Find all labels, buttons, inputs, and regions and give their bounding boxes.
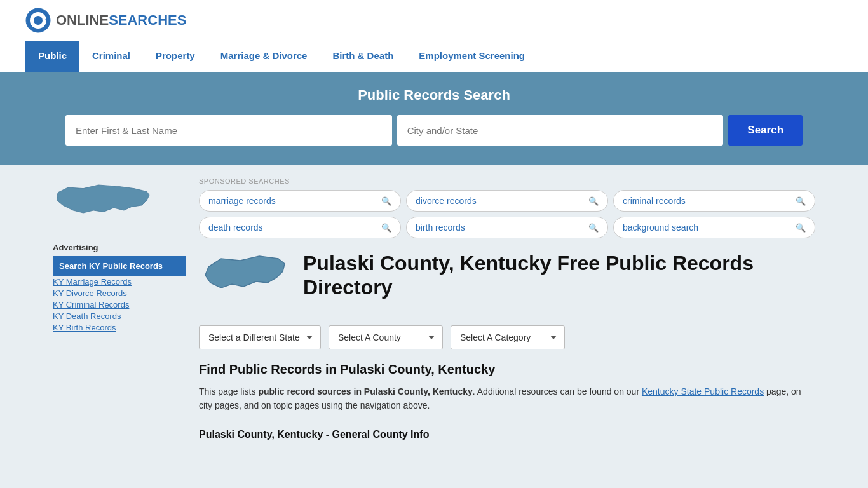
main-nav: Public Criminal Property Marriage & Divo…: [0, 41, 868, 72]
divider: [199, 421, 815, 421]
county-info-title: Pulaski County, Kentucky - General Count…: [199, 429, 815, 440]
page-title: Pulaski County, Kentucky Free Public Rec…: [303, 251, 815, 300]
svg-point-2: [34, 16, 43, 25]
sidebar-map: [53, 177, 186, 230]
sidebar-advertising-label: Advertising: [53, 243, 186, 252]
tag-criminal-records[interactable]: criminal records 🔍: [613, 190, 815, 212]
find-records-title: Find Public Records in Pulaski County, K…: [199, 362, 815, 377]
search-icon-divorce: 🔍: [588, 196, 599, 206]
nav-item-employment[interactable]: Employment Screening: [406, 41, 538, 72]
tag-marriage-records[interactable]: marriage records 🔍: [199, 190, 401, 212]
tag-background-search[interactable]: background search 🔍: [613, 217, 815, 238]
name-input[interactable]: [65, 115, 392, 146]
search-button[interactable]: Search: [728, 115, 803, 146]
tag-divorce-records[interactable]: divorce records 🔍: [406, 190, 608, 212]
logo-icon: [25, 8, 51, 33]
nav-item-birth-death[interactable]: Birth & Death: [320, 41, 406, 72]
nav-item-property[interactable]: Property: [143, 41, 208, 72]
tag-death-records[interactable]: death records 🔍: [199, 217, 401, 238]
nav-item-criminal[interactable]: Criminal: [79, 41, 143, 72]
search-banner: Public Records Search Search: [0, 72, 868, 165]
search-banner-title: Public Records Search: [25, 87, 843, 104]
page-heading: Pulaski County, Kentucky Free Public Rec…: [199, 251, 815, 310]
sponsored-searches: SPONSORED SEARCHES marriage records 🔍 di…: [199, 177, 815, 238]
county-dropdown[interactable]: Select A County: [329, 325, 443, 349]
sidebar-highlight[interactable]: Search KY Public Records: [53, 256, 186, 276]
logo[interactable]: ONLINESEARCHES: [25, 8, 186, 33]
state-dropdown[interactable]: Select a Different State: [199, 325, 321, 349]
find-records-text: This page lists public record sources in…: [199, 384, 815, 413]
search-tags: marriage records 🔍 divorce records 🔍 cri…: [199, 190, 815, 238]
content-area: SPONSORED SEARCHES marriage records 🔍 di…: [199, 177, 815, 440]
nav-item-public[interactable]: Public: [25, 41, 79, 72]
header: ONLINESEARCHES: [0, 0, 868, 41]
nav-item-marriage-divorce[interactable]: Marriage & Divorce: [208, 41, 320, 72]
sidebar-link-divorce[interactable]: KY Divorce Records: [53, 288, 186, 298]
sidebar-link-marriage[interactable]: KY Marriage Records: [53, 277, 186, 287]
search-form: Search: [65, 115, 803, 146]
dropdowns-row: Select a Different State Select A County…: [199, 325, 815, 349]
kentucky-map-sidebar: [53, 177, 154, 228]
sponsored-label: SPONSORED SEARCHES: [199, 177, 815, 185]
search-icon-criminal: 🔍: [796, 196, 806, 206]
ky-records-link[interactable]: Kentucky State Public Records: [642, 386, 764, 396]
main-container: Advertising Search KY Public Records KY …: [40, 177, 828, 440]
location-input[interactable]: [397, 115, 724, 146]
sidebar: Advertising Search KY Public Records KY …: [53, 177, 186, 440]
search-icon-birth: 🔍: [588, 223, 599, 233]
logo-text: ONLINESEARCHES: [56, 12, 186, 29]
sidebar-link-death[interactable]: KY Death Records: [53, 311, 186, 321]
search-icon-background: 🔍: [796, 223, 806, 233]
sidebar-link-birth[interactable]: KY Birth Records: [53, 323, 186, 332]
category-dropdown[interactable]: Select A Category: [451, 325, 565, 349]
state-map: [199, 251, 288, 310]
search-icon-death: 🔍: [381, 223, 391, 233]
search-icon-marriage: 🔍: [381, 196, 391, 206]
sidebar-link-criminal[interactable]: KY Criminal Records: [53, 300, 186, 309]
tag-birth-records[interactable]: birth records 🔍: [406, 217, 608, 238]
